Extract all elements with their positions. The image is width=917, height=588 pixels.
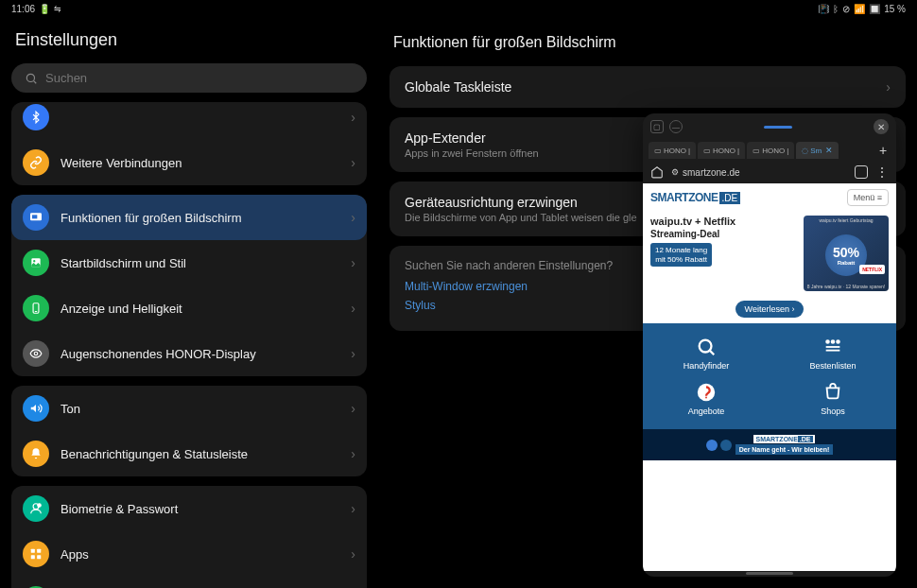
brightness-icon <box>23 295 49 321</box>
chevron-right-icon: › <box>351 401 355 416</box>
featured-article[interactable]: waipu.tv + Netflix Streaming-Deal 12 Mon… <box>643 212 896 295</box>
sync-icon: ⇋ <box>54 4 61 13</box>
setting-row-globale-taskleiste[interactable]: Globale Taskleiste› <box>389 66 906 108</box>
sidebar-item-startbildschirm-und-stil[interactable]: Startbildschirm und Stil› <box>11 240 367 285</box>
nav-list-icon <box>822 337 843 357</box>
sidebar-item-label: Anzeige und Helligkeit <box>61 302 339 316</box>
tab-switcher-button[interactable] <box>855 165 868 179</box>
svg-rect-13 <box>31 555 35 559</box>
window-header[interactable]: ▢ — ✕ <box>643 113 896 140</box>
sidebar-item-anzeige-und-helligkeit[interactable]: Anzeige und Helligkeit› <box>11 285 367 331</box>
svg-point-19 <box>826 340 829 343</box>
tab-label: HONO <box>664 147 686 155</box>
wifi-icon: 📶 <box>854 4 865 14</box>
browser-menu-button[interactable]: ⋮ <box>875 164 889 180</box>
nav-cell-shops[interactable]: Shops <box>770 376 896 422</box>
sidebar-item-label: Benachrichtigungen & Statusleiste <box>61 447 339 461</box>
floating-browser-window[interactable]: ▢ — ✕ ▭ HONO|▭ HONO|▭ HONO|◌ Sm✕ + ⚙ sma… <box>643 113 896 577</box>
sidebar-title: Einstellungen <box>11 17 367 63</box>
nav-cell-angebote[interactable]: Angebote <box>643 376 770 422</box>
site-header: SMARTZONE .DE Menü ≡ <box>643 183 896 212</box>
browser-tab[interactable]: ▭ HONO| <box>649 142 696 159</box>
url-bar[interactable]: ⚙ smartzone.de <box>671 167 847 178</box>
footer-logo: SMARTZONE.DE <box>753 435 814 443</box>
svg-line-18 <box>710 351 715 355</box>
new-tab-button[interactable]: + <box>875 143 891 158</box>
chevron-right-icon: › <box>351 501 355 516</box>
svg-point-0 <box>26 74 34 81</box>
promo-image: waipu.tv feiert Geburtstag 50% Rabatt NE… <box>804 216 889 291</box>
dnd-icon: ⊘ <box>842 4 850 14</box>
svg-point-10 <box>38 504 42 508</box>
nav-label: Bestenlisten <box>809 361 856 371</box>
readmore-button[interactable]: Weiterlesen › <box>735 301 805 318</box>
footer-icon-2 <box>720 440 732 451</box>
svg-line-1 <box>34 80 37 83</box>
svg-rect-12 <box>37 549 41 553</box>
site-menu-button[interactable]: Menü ≡ <box>847 189 889 206</box>
search-input[interactable] <box>45 71 354 85</box>
promo-badge: 12 Monate lang mit 50% Rabatt <box>650 243 712 267</box>
chevron-right-icon: › <box>351 301 355 316</box>
home-button[interactable] <box>650 165 664 179</box>
svg-rect-14 <box>37 555 41 559</box>
svg-rect-3 <box>32 215 37 218</box>
chevron-right-icon: › <box>351 546 355 562</box>
chevron-right-icon: › <box>351 346 355 361</box>
browser-tab-strip: ▭ HONO|▭ HONO|▭ HONO|◌ Sm✕ + <box>643 140 896 161</box>
sidebar-item-apps[interactable]: Apps› <box>11 531 367 577</box>
sidebar-item-weitere-verbindungen[interactable]: Weitere Verbindungen› <box>11 140 367 185</box>
bt-status-icon: ᛒ <box>833 4 839 14</box>
tab-close-icon[interactable]: ✕ <box>825 146 833 155</box>
chevron-right-icon: › <box>351 210 355 225</box>
sidebar-item-funktionen-f-r-gro-en-bildschirm[interactable]: Funktionen für großen Bildschirm› <box>11 195 367 240</box>
article-title: waipu.tv + Netflix <box>650 216 798 228</box>
nav-label: Handyfinder <box>683 361 730 371</box>
site-settings-icon[interactable]: ⚙ <box>671 167 679 177</box>
chevron-right-icon: › <box>351 110 355 125</box>
browser-tab[interactable]: ▭ HONO| <box>698 142 745 159</box>
battery-mini-icon: 🔋 <box>39 4 50 14</box>
footer-banner: SMARTZONE.DE Der Name geht - Wir bleiben… <box>643 429 896 460</box>
biometric-icon <box>23 495 49 522</box>
browser-viewport[interactable]: SMARTZONE .DE Menü ≡ waipu.tv + Netflix … <box>643 183 896 571</box>
nav-cell-handyfinder[interactable]: Handyfinder <box>643 331 770 376</box>
chevron-right-icon: › <box>886 79 891 95</box>
browser-tab[interactable]: ◌ Sm✕ <box>796 142 839 159</box>
window-drag-handle[interactable] <box>688 126 868 129</box>
url-bar-row: ⚙ smartzone.de ⋮ <box>643 161 896 183</box>
browser-tab[interactable]: ▭ HONO| <box>747 142 794 159</box>
site-logo[interactable]: SMARTZONE .DE <box>650 191 740 204</box>
svg-rect-11 <box>31 549 35 553</box>
close-button[interactable]: ✕ <box>874 119 889 134</box>
gesture-bar[interactable] <box>643 571 896 577</box>
content-title: Funktionen für großen Bildschirm <box>389 17 906 66</box>
status-time: 11:06 <box>11 4 35 14</box>
sidebar-item-benachrichtigungen-statusleiste[interactable]: Benachrichtigungen & Statusleiste› <box>11 431 367 476</box>
sidebar-item-biometrie-passwort[interactable]: Biometrie & Passwort› <box>11 486 367 531</box>
sidebar-item-label: Biometrie & Passwort <box>61 502 339 516</box>
footer-tagline: Der Name geht - Wir bleiben! <box>735 444 834 455</box>
sidebar-item-label: Startbildschirm und Stil <box>61 256 339 270</box>
nav-label: Angebote <box>688 406 725 416</box>
notification-icon <box>23 441 49 467</box>
sidebar-item-augenschonendes-honor-display[interactable]: Augenschonendes HONOR-Display› <box>11 331 367 376</box>
tab-label: HONO <box>762 147 785 155</box>
nav-label: Shops <box>821 406 845 416</box>
sidebar-item-akku[interactable]: Akku› <box>11 577 367 588</box>
site-nav-grid: HandyfinderBestenlistenAngeboteShops <box>643 323 896 429</box>
sidebar-item-ton[interactable]: Ton› <box>11 386 367 431</box>
minimize-button[interactable]: — <box>669 120 683 133</box>
search-box[interactable] <box>11 63 367 93</box>
battery-pct: 15 % <box>884 4 906 14</box>
maximize-button[interactable]: ▢ <box>650 120 664 133</box>
search-icon <box>25 72 38 85</box>
battery-icon: 🔲 <box>869 4 880 14</box>
settings-sidebar: Einstellungen ›Weitere Verbindungen›Funk… <box>0 17 378 588</box>
sidebar-item-partial[interactable]: › <box>11 102 367 140</box>
sidebar-item-label: Weitere Verbindungen <box>61 156 339 170</box>
tab-label: Sm <box>810 147 822 155</box>
home-style-icon <box>23 250 49 276</box>
nav-cell-bestenlisten[interactable]: Bestenlisten <box>770 331 896 376</box>
setting-title: Globale Taskleiste <box>405 79 886 95</box>
